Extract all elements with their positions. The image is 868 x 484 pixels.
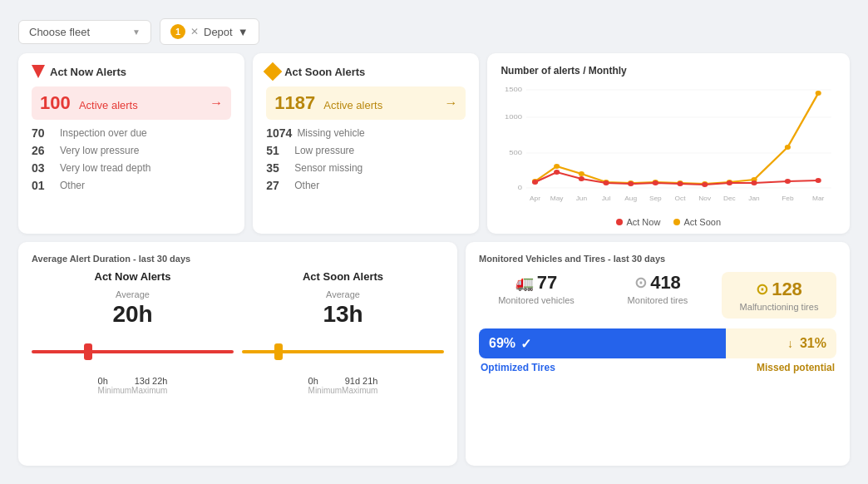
svg-text:Sep: Sep bbox=[649, 195, 662, 202]
monitored-title: Monitored Vehicles and Tires - last 30 d… bbox=[479, 254, 836, 264]
svg-text:Jun: Jun bbox=[576, 195, 587, 202]
main-grid: Act Now Alerts 100 Active alerts → 70 In… bbox=[18, 53, 850, 234]
monitored-tires-num: 418 bbox=[650, 272, 681, 294]
act-soon-thumb[interactable] bbox=[274, 343, 283, 360]
tire-icon: ⊙ bbox=[634, 274, 647, 292]
act-soon-count: 1187 bbox=[274, 92, 315, 113]
act-soon-minmax: 0h Minimum 91d 21h Maximum bbox=[308, 376, 378, 395]
svg-point-39 bbox=[703, 182, 708, 187]
missed-pct: 31% bbox=[800, 336, 826, 351]
optimized-pct: 69% bbox=[489, 336, 515, 351]
act-now-arrow-icon: → bbox=[210, 96, 223, 111]
depot-dropdown[interactable]: 1 ✕ Depot ▼ bbox=[160, 18, 259, 45]
act-soon-max-label: Maximum bbox=[342, 386, 377, 395]
svg-text:1500: 1500 bbox=[505, 86, 522, 93]
fleet-dropdown[interactable]: Choose fleet ▼ bbox=[18, 20, 151, 44]
act-now-thumb[interactable] bbox=[84, 343, 92, 360]
monitored-vehicles-num-row: 🚛 77 bbox=[515, 272, 557, 294]
missed-segment: ↓ 31% bbox=[726, 328, 836, 358]
avg-act-now-col: Act Now Alerts Average 20h 0h Minimum 13 bbox=[32, 270, 234, 454]
svg-text:Jan: Jan bbox=[749, 195, 760, 202]
svg-point-42 bbox=[785, 179, 791, 184]
act-soon-icon bbox=[264, 62, 283, 81]
avg-act-now-value: 20h bbox=[112, 301, 152, 328]
check-icon: ✓ bbox=[520, 336, 531, 352]
svg-text:Dec: Dec bbox=[723, 195, 736, 202]
svg-text:1000: 1000 bbox=[505, 113, 522, 121]
soon-stat-num-1: 51 bbox=[266, 144, 289, 157]
monitored-malfunction-label: Malfunctioning tires bbox=[740, 302, 819, 312]
stat-row-2: 03 Very low tread depth bbox=[32, 161, 231, 175]
soon-stat-row-3: 27 Other bbox=[266, 179, 466, 192]
act-now-active-row[interactable]: 100 Active alerts → bbox=[32, 86, 231, 120]
legend-act-now-label: Act Now bbox=[626, 217, 660, 227]
stat-desc-1: Very low pressure bbox=[60, 145, 139, 156]
act-now-active-label: Active alerts bbox=[79, 99, 138, 111]
depot-label: Depot bbox=[204, 26, 233, 38]
stat-num-1: 26 bbox=[32, 144, 55, 157]
soon-stat-num-2: 35 bbox=[266, 161, 289, 175]
top-bar: Choose fleet ▼ 1 ✕ Depot ▼ bbox=[18, 18, 850, 45]
avg-act-soon-col: Act Soon Alerts Average 13h 0h Minimum 9 bbox=[242, 270, 444, 454]
act-soon-slider bbox=[242, 341, 444, 363]
svg-text:Apr: Apr bbox=[530, 195, 541, 202]
svg-text:Jul: Jul bbox=[602, 195, 611, 202]
soon-stat-num-3: 27 bbox=[266, 179, 289, 192]
svg-text:Mar: Mar bbox=[812, 195, 825, 202]
svg-text:Feb: Feb bbox=[782, 195, 794, 202]
avg-act-soon-value: 13h bbox=[323, 301, 362, 328]
svg-text:May: May bbox=[550, 195, 564, 202]
soon-stat-row-0: 1074 Missing vehicle bbox=[266, 126, 466, 140]
act-now-min-value: 0h bbox=[98, 376, 132, 386]
svg-point-21 bbox=[555, 164, 560, 169]
alerts-chart: 1500 1000 500 0 Apr May Jun Jul Aug Sep … bbox=[501, 81, 836, 210]
act-now-header: Act Now Alerts bbox=[32, 65, 231, 78]
stat-num-3: 01 bbox=[32, 179, 55, 192]
optimized-segment: 69% ✓ bbox=[479, 328, 726, 358]
svg-point-32 bbox=[532, 180, 538, 185]
soon-stat-desc-3: Other bbox=[294, 180, 319, 191]
act-now-icon bbox=[32, 65, 45, 78]
monitored-vehicles-label: Monitored vehicles bbox=[498, 295, 575, 305]
stat-row-3: 01 Other bbox=[32, 179, 231, 192]
stat-num-0: 70 bbox=[32, 126, 55, 140]
act-soon-active-label: Active alerts bbox=[323, 99, 382, 111]
legend-act-soon-label: Act Soon bbox=[683, 217, 721, 227]
act-soon-arrow-icon: → bbox=[444, 96, 457, 111]
svg-point-36 bbox=[629, 181, 634, 186]
avg-cols: Act Now Alerts Average 20h 0h Minimum 13 bbox=[32, 270, 444, 454]
missed-label: Missed potential bbox=[757, 362, 835, 373]
monitored-malfunction-num: 128 bbox=[772, 279, 802, 300]
act-now-min-label: Minimum bbox=[98, 386, 132, 395]
optimized-progress-bar: 69% ✓ ↓ 31% bbox=[479, 328, 836, 358]
act-now-max-label: Maximum bbox=[131, 386, 167, 395]
optimized-label: Optimized Tires bbox=[481, 362, 555, 373]
act-soon-max-value: 91d 21h bbox=[342, 376, 377, 386]
monitored-tires-num-row: ⊙ 418 bbox=[634, 272, 681, 294]
act-soon-card: Act Soon Alerts 1187 Active alerts → 107… bbox=[253, 53, 479, 234]
act-now-minmax: 0h Minimum 13d 22h Maximum bbox=[98, 376, 168, 395]
svg-point-35 bbox=[604, 180, 609, 185]
fleet-arrow-icon: ▼ bbox=[132, 27, 141, 37]
monitored-top: 🚛 77 Monitored vehicles ⊙ 418 Monitored … bbox=[479, 272, 836, 319]
stat-row-1: 26 Very low pressure bbox=[32, 144, 231, 157]
svg-point-33 bbox=[555, 170, 560, 175]
svg-text:Nov: Nov bbox=[699, 195, 712, 202]
monitored-malfunction-stat: ⊙ 128 Malfunctioning tires bbox=[722, 272, 836, 319]
svg-point-22 bbox=[579, 171, 584, 176]
monitored-card: Monitored Vehicles and Tires - last 30 d… bbox=[466, 242, 850, 466]
soon-stat-desc-2: Sensor missing bbox=[294, 162, 362, 174]
act-now-track bbox=[32, 350, 234, 353]
act-soon-active-row[interactable]: 1187 Active alerts → bbox=[266, 86, 466, 120]
depot-close-icon[interactable]: ✕ bbox=[190, 26, 199, 37]
svg-point-30 bbox=[785, 145, 791, 150]
truck-icon: 🚛 bbox=[515, 274, 534, 292]
svg-point-43 bbox=[816, 178, 821, 183]
legend-act-soon-dot bbox=[673, 219, 680, 225]
svg-point-37 bbox=[653, 180, 658, 185]
svg-text:Oct: Oct bbox=[675, 195, 687, 202]
act-soon-min-value: 0h bbox=[308, 376, 343, 386]
depot-arrow-icon: ▼ bbox=[238, 26, 249, 38]
dashboard: Choose fleet ▼ 1 ✕ Depot ▼ Act Now Alert… bbox=[8, 8, 860, 476]
monitored-tires-label: Monitored tires bbox=[628, 295, 688, 305]
